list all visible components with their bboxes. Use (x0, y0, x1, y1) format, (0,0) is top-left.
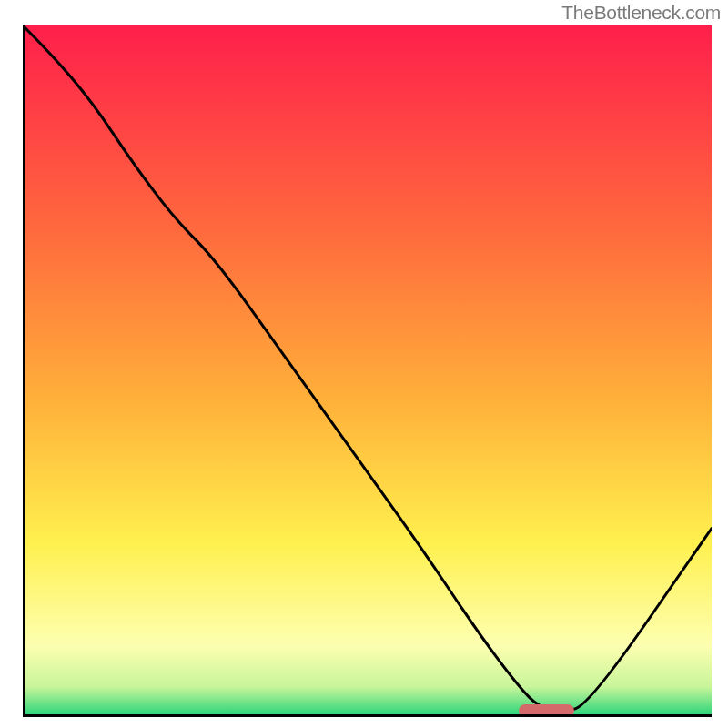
chart-svg (23, 25, 712, 714)
plot-area (23, 25, 712, 714)
y-axis (23, 25, 25, 714)
watermark-text: TheBottleneck.com (561, 2, 721, 24)
gradient-background (23, 25, 712, 714)
x-axis (23, 714, 712, 717)
